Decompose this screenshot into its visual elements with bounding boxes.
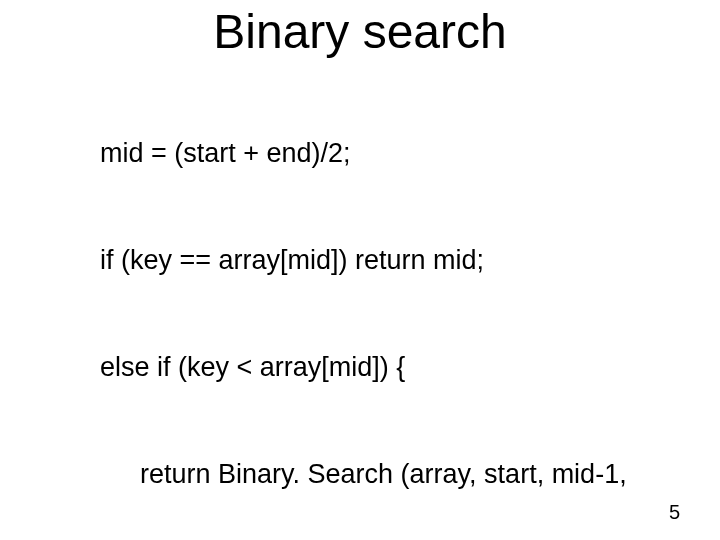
slide: Binary search mid = (start + end)/2; if … (0, 4, 720, 540)
code-line: else if (key < array[mid]) { (60, 350, 690, 386)
slide-title: Binary search (0, 4, 720, 59)
code-line: mid = (start + end)/2; (60, 136, 690, 172)
code-block: mid = (start + end)/2; if (key == array[… (0, 65, 720, 540)
page-number: 5 (669, 501, 680, 524)
code-line: return Binary. Search (array, start, mid… (60, 457, 690, 493)
code-line: if (key == array[mid]) return mid; (60, 243, 690, 279)
